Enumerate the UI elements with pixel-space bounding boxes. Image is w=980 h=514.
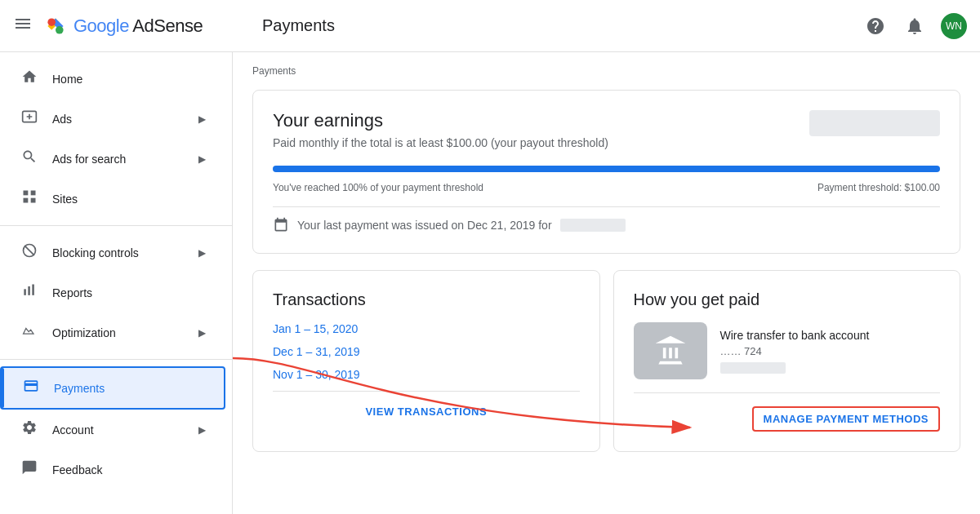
sidebar-item-reports[interactable]: Reports xyxy=(0,273,225,312)
calendar-icon xyxy=(273,217,289,233)
earnings-subtitle: Paid monthly if the total is at least $1… xyxy=(273,136,790,149)
sidebar-divider-1 xyxy=(0,225,232,226)
transactions-footer: VIEW TRANSACTIONS xyxy=(273,391,580,418)
last-payment-amount-placeholder xyxy=(560,219,626,232)
sidebar-item-blocking-controls[interactable]: Blocking controls ▶ xyxy=(0,233,225,273)
sidebar-item-ads[interactable]: Ads ▶ xyxy=(0,99,225,139)
blocking-icon xyxy=(20,242,39,263)
body: Home Ads ▶ Ads for search ▶ xyxy=(0,52,980,514)
sidebar-item-optimization[interactable]: Optimization ▶ xyxy=(0,312,225,352)
home-icon xyxy=(20,69,39,89)
ads-chevron: ▶ xyxy=(198,113,206,125)
manage-btn-container: MANAGE PAYMENT METHODS xyxy=(634,392,941,432)
sidebar-item-account[interactable]: Account ▶ xyxy=(0,410,225,450)
bank-icon xyxy=(634,322,707,379)
app-container: Google AdSense Payments WN Home xyxy=(0,0,980,514)
logo-text: Google AdSense xyxy=(74,16,203,37)
help-icon[interactable] xyxy=(862,13,889,39)
blocking-chevron: ▶ xyxy=(198,247,206,259)
svg-point-1 xyxy=(47,18,56,26)
sidebar-item-feedback[interactable]: Feedback xyxy=(0,450,225,490)
payment-method-info: Wire transfer to bank account …… 724 xyxy=(634,322,941,379)
progress-bar-bg xyxy=(273,166,940,172)
progress-label-right: Payment threshold: $100.00 xyxy=(817,182,940,193)
transaction-link-1[interactable]: Dec 1 – 31, 2019 xyxy=(273,345,580,358)
sidebar-label-home: Home xyxy=(52,73,82,86)
bottom-grid: Transactions Jan 1 – 15, 2020 Dec 1 – 31… xyxy=(252,270,960,452)
svg-rect-3 xyxy=(24,191,29,196)
transaction-link-2[interactable]: Nov 1 – 30, 2019 xyxy=(273,368,580,381)
sidebar-item-sites[interactable]: Sites xyxy=(0,179,225,219)
sidebar-label-account: Account xyxy=(52,423,94,436)
optimization-icon xyxy=(20,322,39,343)
breadcrumb: Payments xyxy=(252,65,960,77)
ads-search-icon xyxy=(20,148,39,169)
svg-line-8 xyxy=(24,246,34,255)
logo: Google AdSense xyxy=(42,13,203,39)
reports-icon xyxy=(20,282,39,303)
header-actions: WN xyxy=(862,13,967,39)
sidebar-item-home[interactable]: Home xyxy=(0,59,225,99)
last-payment: Your last payment was issued on Dec 21, … xyxy=(273,206,940,233)
header-left: Google AdSense xyxy=(13,13,246,39)
page-title: Payments xyxy=(246,16,862,35)
account-icon xyxy=(20,419,39,440)
svg-rect-4 xyxy=(31,191,36,196)
progress-label-left: You've reached 100% of your payment thre… xyxy=(273,182,483,193)
payment-method-card: How you get paid Wire transfer to bank a… xyxy=(613,270,961,452)
transaction-link-0[interactable]: Jan 1 – 15, 2020 xyxy=(273,322,580,335)
account-chevron: ▶ xyxy=(198,424,206,436)
sidebar-label-feedback: Feedback xyxy=(52,463,102,476)
last-payment-text: Your last payment was issued on Dec 21, … xyxy=(297,219,552,232)
svg-rect-11 xyxy=(32,285,34,295)
logo-text-part1: Google xyxy=(74,16,132,36)
view-transactions-button[interactable]: VIEW TRANSACTIONS xyxy=(365,405,487,418)
header: Google AdSense Payments WN xyxy=(0,0,980,52)
manage-payment-button[interactable]: MANAGE PAYMENT METHODS xyxy=(752,406,940,432)
svg-rect-9 xyxy=(24,289,26,295)
sidebar-item-payments[interactable]: Payments xyxy=(0,366,225,410)
logo-text-part2: AdSense xyxy=(132,16,203,36)
payment-info-details: Wire transfer to bank account …… 724 xyxy=(720,329,870,374)
sidebar-label-sites: Sites xyxy=(52,193,78,206)
payments-icon xyxy=(21,378,41,398)
svg-point-0 xyxy=(56,26,64,34)
sidebar-label-blocking: Blocking controls xyxy=(52,246,139,259)
sidebar: Home Ads ▶ Ads for search ▶ xyxy=(0,52,233,514)
avatar[interactable]: WN xyxy=(941,13,967,39)
sidebar-divider-2 xyxy=(0,359,232,360)
earnings-card: Your earnings Paid monthly if the total … xyxy=(252,90,960,254)
ads-search-chevron: ▶ xyxy=(198,153,206,165)
main-content: Payments Your earnings Paid monthly if t… xyxy=(233,52,980,465)
transactions-title: Transactions xyxy=(273,290,580,309)
progress-labels: You've reached 100% of your payment thre… xyxy=(273,182,940,193)
ads-icon xyxy=(20,109,39,129)
account-number: …… 724 xyxy=(720,345,870,357)
sidebar-item-ads-for-search[interactable]: Ads for search ▶ xyxy=(0,139,225,179)
feedback-icon xyxy=(20,459,39,480)
svg-rect-10 xyxy=(28,286,30,295)
optimization-chevron: ▶ xyxy=(198,327,206,339)
wire-transfer-label: Wire transfer to bank account xyxy=(720,329,870,342)
payment-placeholder xyxy=(720,362,786,374)
sidebar-label-payments: Payments xyxy=(54,382,105,395)
progress-bar-fill xyxy=(273,166,940,172)
active-indicator xyxy=(2,368,4,408)
earnings-title: Your earnings xyxy=(273,110,790,131)
notification-icon[interactable] xyxy=(902,13,928,39)
sites-icon xyxy=(20,188,39,209)
sidebar-label-ads: Ads xyxy=(52,113,72,126)
svg-rect-5 xyxy=(24,198,29,203)
sidebar-label-ads-for-search: Ads for search xyxy=(52,153,126,166)
sidebar-label-reports: Reports xyxy=(52,286,92,299)
svg-rect-6 xyxy=(31,198,36,203)
transactions-card: Transactions Jan 1 – 15, 2020 Dec 1 – 31… xyxy=(252,270,600,452)
sidebar-label-optimization: Optimization xyxy=(52,326,116,339)
main-wrapper: Payments Your earnings Paid monthly if t… xyxy=(233,52,980,514)
payment-method-title: How you get paid xyxy=(634,290,941,309)
menu-icon[interactable] xyxy=(13,14,33,38)
earnings-amount-placeholder xyxy=(809,110,940,136)
